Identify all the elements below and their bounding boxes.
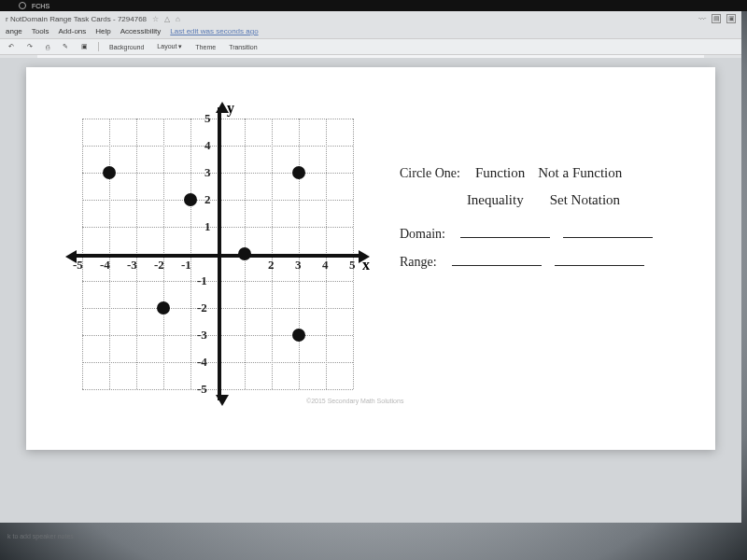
data-point (238, 247, 251, 260)
option-function[interactable]: Function (475, 165, 525, 181)
x-tick: 2 (268, 258, 275, 273)
data-point (184, 193, 197, 206)
os-taskbar: FCHS (0, 0, 747, 11)
y-tick: 3 (204, 165, 211, 180)
last-edit-link[interactable]: Last edit was seconds ago (170, 27, 258, 35)
x-tick: 3 (295, 258, 302, 273)
drive-icon[interactable]: ⌂ (176, 15, 180, 23)
y-tick: -3 (197, 328, 207, 343)
option-not-function[interactable]: Not a Function (538, 165, 622, 181)
x-tick: -1 (181, 258, 191, 273)
x-axis-label: x (362, 257, 370, 273)
paint-button[interactable]: ✎ (60, 42, 71, 51)
app-window: r NotDomain Range Task Cards - 7294768 ☆… (0, 11, 741, 63)
app-icon (19, 2, 26, 9)
y-tick: 1 (204, 219, 211, 234)
range-setnotation-blank[interactable] (555, 253, 644, 266)
x-tick: -5 (73, 258, 83, 273)
transition-button[interactable]: Transition (226, 43, 260, 51)
print-button[interactable]: ⎙ (43, 43, 52, 51)
y-tick: 4 (204, 138, 211, 153)
toolbar: ↶ ↷ ⎙ ✎ ▣ Background Layout ▾ Theme Tran… (0, 38, 741, 55)
present-icon[interactable]: ▣ (726, 14, 736, 23)
x-tick: -3 (127, 258, 137, 273)
header-inequality: Inequality (467, 192, 524, 208)
y-axis-label: y (227, 100, 234, 117)
titlebar: r NotDomain Range Task Cards - 7294768 ☆… (0, 11, 741, 26)
menu-item[interactable]: ange (6, 27, 22, 35)
data-point (292, 329, 305, 342)
star-icon[interactable]: ☆ (152, 15, 159, 23)
background-button[interactable]: Background (106, 43, 147, 51)
scatter-plot: x y -5-4-3-2-1234554321-1-2-3-4-5 (82, 119, 353, 389)
slide[interactable]: x y -5-4-3-2-1234554321-1-2-3-4-5 ©2015 … (26, 67, 715, 450)
y-tick: 5 (204, 111, 211, 126)
trend-icon[interactable]: 〰 (698, 15, 706, 23)
present-button[interactable]: ▣ (78, 42, 91, 51)
y-tick: -2 (197, 301, 207, 315)
x-tick: 4 (322, 258, 329, 273)
domain-inequality-blank[interactable] (460, 225, 550, 238)
range-label: Range: (400, 255, 437, 270)
move-icon[interactable]: △ (164, 15, 170, 23)
data-point (103, 166, 116, 179)
data-point (292, 166, 305, 179)
y-tick: -4 (197, 355, 207, 370)
domain-setnotation-blank[interactable] (563, 225, 653, 238)
circle-one-label: Circle One: (400, 166, 460, 181)
domain-label: Domain: (400, 227, 445, 242)
theme-button[interactable]: Theme (192, 43, 218, 51)
x-tick: -2 (154, 258, 164, 273)
x-tick: 5 (349, 258, 356, 273)
y-tick: -1 (197, 273, 207, 288)
doc-title[interactable]: r NotDomain Range Task Cards - 7294768 (6, 15, 147, 23)
menu-item[interactable]: Tools (32, 27, 49, 35)
y-tick: -5 (197, 382, 207, 397)
worksheet: Circle One: Function Not a Function Ineq… (400, 165, 687, 281)
layout-button[interactable]: Layout ▾ (154, 42, 185, 51)
slide-canvas: x y -5-4-3-2-1234554321-1-2-3-4-5 ©2015 … (0, 58, 741, 523)
undo-button[interactable]: ↶ (6, 42, 17, 51)
taskbar-app-label: FCHS (32, 3, 49, 9)
y-tick: 2 (204, 192, 211, 207)
menu-item[interactable]: Add-ons (58, 27, 86, 35)
data-point (157, 301, 170, 315)
header-set-notation: Set Notation (550, 192, 620, 208)
x-tick: -4 (100, 258, 110, 273)
range-inequality-blank[interactable] (452, 253, 542, 266)
menu-item[interactable]: Help (95, 27, 110, 35)
speaker-notes[interactable]: k to add speaker notes (0, 529, 81, 543)
menubar: ange Tools Add-ons Help Accessibility La… (0, 26, 741, 38)
menu-item[interactable]: Accessibility (120, 27, 162, 35)
copyright-text: ©2015 Secondary Math Solutions (306, 398, 403, 404)
redo-button[interactable]: ↷ (24, 42, 35, 51)
y-axis (218, 107, 221, 400)
comments-icon[interactable]: ▤ (712, 14, 721, 23)
